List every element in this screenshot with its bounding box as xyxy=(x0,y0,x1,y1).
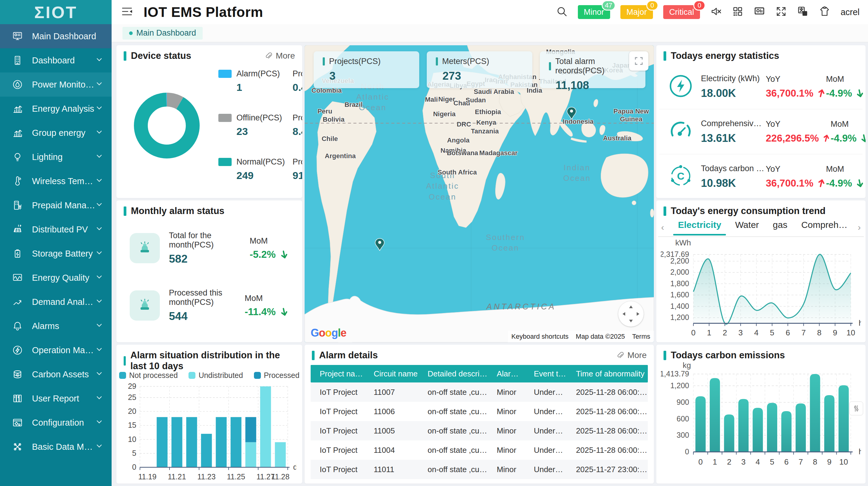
translate-icon[interactable]: A xyxy=(797,6,809,19)
tab-water[interactable]: Water xyxy=(732,220,762,235)
sidebar-item-label: Alarms xyxy=(32,321,95,331)
proportion-label: Proportion xyxy=(292,113,302,122)
legend-entry-alarm-pcs: Alarm(PCS)Proportion10.4% xyxy=(218,69,302,93)
sidebar-item-demand-analysis[interactable]: Demand Analysis xyxy=(0,290,112,314)
table-row[interactable]: IoT Project11004on-off state ,currentV..… xyxy=(311,440,648,460)
tab-comprehensive-ene[interactable]: Comprehensive ene xyxy=(798,220,855,235)
sidebar-item-lighting[interactable]: Lighting xyxy=(0,145,112,169)
legend-item-processed[interactable]: Processed xyxy=(254,371,300,380)
panel-energy-trend: Today's energy consumption trend ‹Electr… xyxy=(656,200,866,342)
building-yen-icon xyxy=(12,199,24,211)
tab-electricity[interactable]: Electricity xyxy=(675,220,724,235)
top-header: IOT EMS Platform Minor47Major0Critical0A… xyxy=(112,0,868,24)
alarm-details-more-button[interactable]: More xyxy=(616,350,647,360)
table-cell: IoT Project xyxy=(311,407,365,416)
siren-icon xyxy=(130,233,160,263)
brand-logo[interactable]: ΣIOT xyxy=(0,0,112,24)
sidebar-item-power-monitoring[interactable]: Power Monitoring xyxy=(0,73,112,96)
ocean-label: Indian Ocean xyxy=(563,163,591,183)
svg-text:20: 20 xyxy=(128,407,136,416)
svg-text:2,000: 2,000 xyxy=(670,268,689,276)
map-stat-card-2: Meters(PCS)273 xyxy=(427,51,532,88)
siren-icon xyxy=(136,297,153,314)
sidebar-item-group-energy[interactable]: Group energy xyxy=(0,121,112,145)
country-label: Chile xyxy=(321,135,338,142)
country-label: Sudan xyxy=(466,96,486,104)
sidebar-item-energy-quality[interactable]: Energy Quality xyxy=(0,266,112,290)
table-row[interactable]: IoT Project11006on-off state ,currentV..… xyxy=(311,402,648,421)
mute-icon[interactable] xyxy=(710,6,722,19)
sidebar-item-wireless-temperature[interactable]: Wireless Temperature xyxy=(0,169,112,193)
table-cell: Undervolta... xyxy=(525,465,567,474)
sidebar-item-dashboard[interactable]: Dashboard xyxy=(0,48,112,73)
monitor-chart-icon[interactable] xyxy=(754,6,765,19)
table-row[interactable]: IoT Project11011on-off state ,currentV..… xyxy=(311,460,648,479)
alarm-badge-critical[interactable]: Critical0 xyxy=(663,5,700,19)
map-marker-pin[interactable] xyxy=(375,238,385,253)
proportion-value: 0.4% xyxy=(292,82,302,93)
map-fullscreen-button[interactable] xyxy=(629,51,648,70)
stat-value: 582 xyxy=(169,253,247,265)
panel-device-status: Device status More Alarm(PCS)Proportion1… xyxy=(116,45,302,198)
tabs-prev-chevron-icon[interactable]: ‹ xyxy=(658,222,667,232)
screen-grid-icon[interactable] xyxy=(732,6,743,19)
device-status-more-button[interactable]: More xyxy=(265,51,295,61)
legend-item-undistributed[interactable]: Undistributed xyxy=(188,371,243,380)
table-row[interactable]: IoT Project11007on-off state ,currentV..… xyxy=(311,382,648,402)
svg-text:0: 0 xyxy=(132,463,136,471)
sidebar-item-main-dashboard[interactable]: Main Dashboard xyxy=(0,24,112,48)
country-label: Saudi Arabia xyxy=(474,88,514,95)
search-icon[interactable] xyxy=(556,6,568,19)
google-logo[interactable]: Google xyxy=(311,326,346,339)
alarm-badge-major[interactable]: Major0 xyxy=(620,5,653,19)
distribution-legend: Not processedUndistributedProcessed xyxy=(116,371,302,380)
device-status-donut-chart xyxy=(129,88,205,165)
sidebar-item-configuration[interactable]: Configuration xyxy=(0,410,112,435)
carbon-coins-icon xyxy=(12,368,24,380)
attribution-link[interactable]: Keyboard shortcuts xyxy=(508,331,572,342)
legend-item-not-processed[interactable]: Not processed xyxy=(119,371,178,380)
sidebar-item-user-report[interactable]: User Report xyxy=(0,387,112,410)
country-label: Niger xyxy=(438,95,455,103)
legend-entry-offline-pcs: Offline(PCS)Proportion238.4% xyxy=(218,113,302,137)
column-header: Project name xyxy=(311,369,365,378)
sidebar-item-basic-data-managem[interactable]: Basic Data Managem... xyxy=(0,435,112,459)
table-cell: IoT Project xyxy=(311,446,365,455)
alarm-badge-minor[interactable]: Minor47 xyxy=(578,5,611,19)
chart-settings-button[interactable] xyxy=(849,401,863,416)
svg-text:1,200: 1,200 xyxy=(670,313,689,321)
tab-gas[interactable]: gas xyxy=(770,220,790,235)
sidebar-item-storage-battery[interactable]: Storage Battery xyxy=(0,241,112,266)
map-pan-control[interactable] xyxy=(618,301,644,326)
username[interactable]: acrel xyxy=(841,7,860,17)
fullscreen-icon[interactable] xyxy=(775,6,787,19)
svg-text:7: 7 xyxy=(801,328,806,337)
attribution-link[interactable]: Terms xyxy=(628,331,654,342)
trend-icon xyxy=(12,296,24,308)
svg-text:3: 3 xyxy=(738,328,743,337)
panel-monthly-alarm: Monthly alarm status Total for the month… xyxy=(116,200,302,342)
wave-screen-icon xyxy=(12,272,24,284)
svg-text:8: 8 xyxy=(813,457,817,466)
card-value: 11,108 xyxy=(556,79,645,92)
sidebar-item-operation-managem[interactable]: Operation Managem... xyxy=(0,338,112,362)
attribution-link[interactable]: Map data ©2025 xyxy=(572,331,628,342)
sidebar-item-alarms[interactable]: Alarms xyxy=(0,314,112,338)
table-row[interactable]: IoT Project11005on-off state ,currentV..… xyxy=(311,421,648,440)
world-map[interactable]: North Atlantic OceanSouth Atlantic Ocean… xyxy=(305,45,654,342)
menu-fold-icon[interactable] xyxy=(121,5,133,19)
device-status-legend: Alarm(PCS)Proportion10.4%Offline(PCS)Pro… xyxy=(205,67,302,185)
breadcrumb[interactable]: Main Dashboard xyxy=(122,27,203,39)
svg-text:0: 0 xyxy=(698,457,703,466)
tabs-next-chevron-icon[interactable]: › xyxy=(855,222,864,232)
theme-tshirt-icon[interactable] xyxy=(819,6,830,19)
sidebar-item-prepaid-management[interactable]: Prepaid Management xyxy=(0,193,112,217)
legend-swatch xyxy=(254,372,261,379)
sidebar-item-distributed-pv[interactable]: Distributed PV xyxy=(0,217,112,241)
map-marker-pin[interactable] xyxy=(566,107,577,121)
table-cell: Minor xyxy=(488,388,525,397)
accent-bar xyxy=(549,62,551,70)
sidebar-item-energy-analysis[interactable]: Energy Analysis xyxy=(0,96,112,121)
sidebar-item-carbon-assets[interactable]: Carbon Assets xyxy=(0,362,112,387)
main-area: IOT EMS Platform Minor47Major0Critical0A… xyxy=(112,0,868,486)
